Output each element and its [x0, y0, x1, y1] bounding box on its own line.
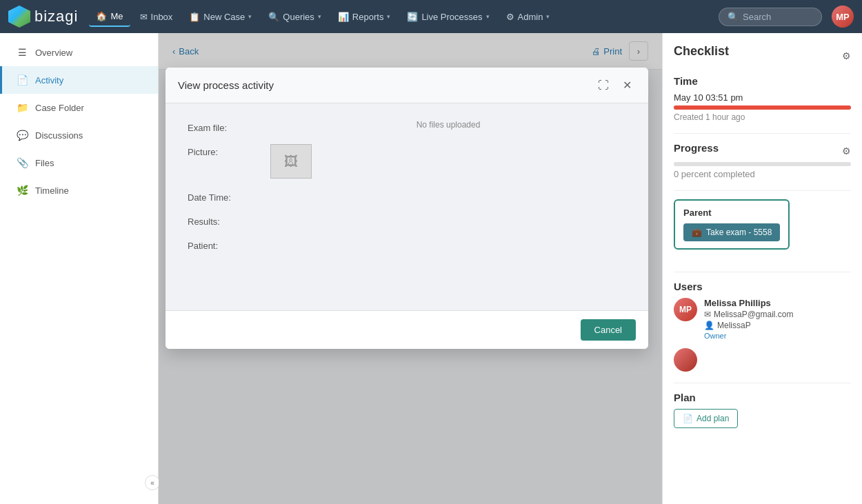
activity-icon: 📄	[16, 74, 28, 85]
time-progress-bar-fill	[674, 105, 851, 110]
time-date: May 10 03:51 pm	[674, 92, 851, 103]
sidebar-collapse-button[interactable]: «	[145, 475, 160, 490]
patient-input[interactable]	[270, 238, 626, 248]
search-input[interactable]	[743, 12, 813, 22]
search-icon: 🔍	[728, 12, 739, 22]
briefcase-icon: 💼	[692, 228, 702, 237]
date-time-label: Date Time:	[188, 190, 270, 203]
divider-2	[674, 190, 851, 191]
time-progress-bar-container	[674, 105, 851, 110]
modal-title: View process activity	[178, 79, 274, 91]
modal-body: Exam file: No files uploaded Picture: 🖼	[166, 103, 648, 310]
parent-label: Parent	[683, 208, 780, 218]
sidebar-item-files[interactable]: 📎 Files	[0, 149, 158, 177]
sidebar-item-discussions[interactable]: 💬 Discussions	[0, 121, 158, 149]
users-section-title: Users	[674, 281, 851, 292]
right-panel-gear-icon[interactable]: ⚙	[842, 50, 851, 61]
user-avatar[interactable]: MP	[832, 6, 854, 28]
timeline-icon: 🌿	[16, 185, 28, 196]
new-case-arrow-icon: ▾	[248, 13, 252, 20]
new-case-icon: 📋	[189, 12, 200, 22]
divider-1	[674, 133, 851, 134]
queries-arrow-icon: ▾	[318, 13, 321, 20]
form-row-picture: Picture: 🖼	[188, 144, 626, 179]
plan-section: Plan 📄 Add plan	[674, 392, 851, 428]
app-body: ☰ Overview 📄 Activity 📁 Case Folder 💬 Di…	[0, 33, 862, 504]
date-time-field[interactable]	[270, 190, 626, 200]
reports-arrow-icon: ▾	[387, 13, 390, 20]
results-input[interactable]	[270, 214, 626, 224]
case-folder-icon: 📁	[16, 102, 28, 113]
user-avatar-melissa: MP	[674, 298, 697, 321]
picture-label: Picture:	[188, 144, 270, 157]
modal-header: View process activity ⛶ ✕	[166, 68, 648, 103]
nav-item-admin[interactable]: ⚙ Admin ▾	[499, 8, 557, 26]
form-row-results: Results:	[188, 214, 626, 227]
sidebar: ☰ Overview 📄 Activity 📁 Case Folder 💬 Di…	[0, 33, 159, 504]
overview-icon: ☰	[16, 47, 28, 58]
image-placeholder: 🖼	[270, 144, 312, 179]
live-processes-arrow-icon: ▾	[486, 13, 490, 20]
search-box[interactable]: 🔍	[719, 8, 822, 26]
nav-item-reports[interactable]: 📊 Reports ▾	[331, 8, 398, 26]
email-icon: ✉	[704, 310, 711, 319]
sidebar-item-activity[interactable]: 📄 Activity	[0, 66, 158, 94]
progress-bar-container	[674, 162, 851, 166]
cancel-button[interactable]: Cancel	[581, 319, 636, 341]
progress-gear-icon[interactable]: ⚙	[842, 145, 851, 157]
picture-value: 🖼	[270, 144, 626, 179]
nav-item-me[interactable]: 🏠 Me	[89, 7, 130, 27]
nav-item-inbox[interactable]: ✉ Inbox	[133, 8, 180, 26]
progress-section-title: Progress	[674, 142, 719, 154]
parent-section: Parent 💼 Take exam - 5558	[674, 199, 851, 261]
add-plan-icon: 📄	[683, 414, 693, 423]
modal-footer: Cancel	[166, 310, 648, 349]
modal-action-buttons: ⛶ ✕	[594, 77, 636, 93]
modal-dialog: View process activity ⛶ ✕ Exam file: No …	[166, 68, 648, 349]
queries-icon: 🔍	[268, 12, 279, 22]
time-section: Time May 10 03:51 pm Created 1 hour ago	[674, 75, 851, 122]
home-icon: 🏠	[96, 11, 107, 21]
reports-icon: 📊	[338, 12, 349, 22]
discussions-icon: 💬	[16, 130, 28, 141]
nav-item-live-processes[interactable]: 🔄 Live Processes ▾	[400, 8, 496, 26]
user-info-melissa: Melissa Phillips ✉ MelissaP@gmail.com 👤 …	[704, 298, 794, 340]
time-created-text: Created 1 hour ago	[674, 112, 851, 122]
parent-task-button[interactable]: 💼 Take exam - 5558	[683, 223, 780, 241]
person-icon: 👤	[704, 321, 714, 330]
nav-item-new-case[interactable]: 📋 New Case ▾	[182, 8, 259, 26]
users-section: Users MP Melissa Phillips ✉ MelissaP@gma…	[674, 281, 851, 372]
user-item-melissa: MP Melissa Phillips ✉ MelissaP@gmail.com…	[674, 298, 851, 340]
patient-field[interactable]	[270, 238, 626, 248]
user-name-melissa: Melissa Phillips	[704, 298, 794, 308]
date-time-input[interactable]	[270, 190, 626, 200]
parent-box: Parent 💼 Take exam - 5558	[674, 199, 790, 250]
file-upload-area: No files uploaded	[270, 120, 626, 130]
divider-4	[674, 383, 851, 383]
time-section-title: Time	[674, 75, 851, 87]
modal-close-button[interactable]: ✕	[619, 77, 636, 93]
sidebar-item-case-folder[interactable]: 📁 Case Folder	[0, 94, 158, 121]
logo-text: bizagi	[34, 8, 78, 26]
main-content: ‹ Back 🖨 Print › Checklist + Add View pr…	[159, 33, 662, 504]
patient-label: Patient:	[188, 238, 270, 251]
modal-expand-button[interactable]: ⛶	[594, 77, 613, 93]
progress-label: 0 percent completed	[674, 169, 851, 179]
divider-3	[674, 272, 851, 272]
nav-item-queries[interactable]: 🔍 Queries ▾	[261, 8, 328, 26]
exam-file-label: Exam file:	[188, 120, 270, 133]
add-plan-button[interactable]: 📄 Add plan	[674, 409, 738, 428]
form-row-exam-file: Exam file: No files uploaded	[188, 120, 626, 133]
no-files-text: No files uploaded	[417, 120, 481, 130]
sidebar-item-timeline[interactable]: 🌿 Timeline	[0, 177, 158, 204]
user-email-melissa: ✉ MelissaP@gmail.com	[704, 310, 794, 319]
plan-section-title: Plan	[674, 392, 851, 403]
app-logo[interactable]: bizagi	[8, 6, 78, 28]
exam-file-value: No files uploaded	[270, 120, 626, 130]
sidebar-item-overview[interactable]: ☰ Overview	[0, 39, 158, 66]
form-row-date-time: Date Time:	[188, 190, 626, 203]
top-navigation: bizagi 🏠 Me ✉ Inbox 📋 New Case ▾ 🔍 Queri…	[0, 0, 862, 33]
right-panel: Checklist ⚙ Time May 10 03:51 pm Created…	[662, 33, 862, 504]
live-processes-icon: 🔄	[407, 12, 418, 22]
results-field[interactable]	[270, 214, 626, 224]
